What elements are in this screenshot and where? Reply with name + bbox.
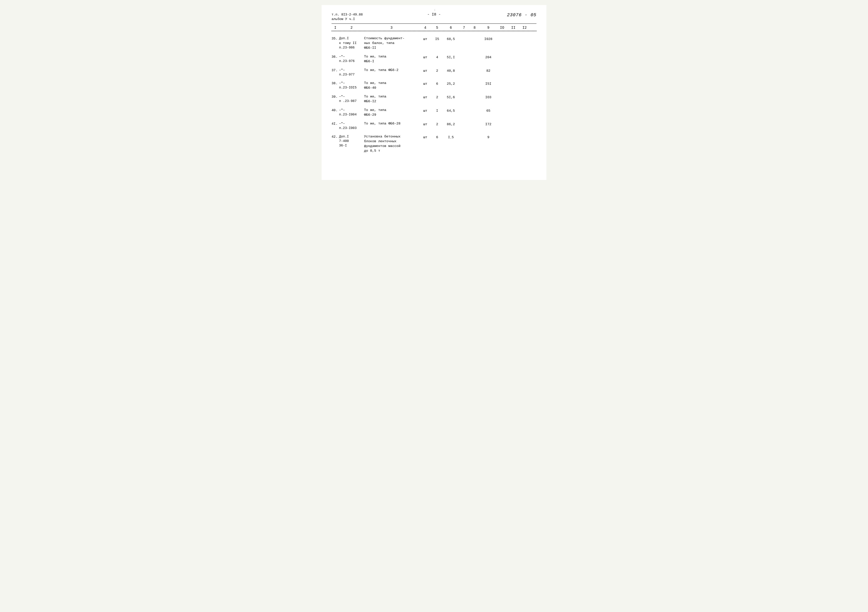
row-num-39: 39. xyxy=(332,95,339,99)
header-left: т.п. 8I3-2-49.88 альбом У ч.I xyxy=(332,12,363,22)
row-price-42: I·5 xyxy=(443,135,459,141)
row-qty-37: 2 xyxy=(431,68,443,73)
col-header-1: I xyxy=(332,26,339,30)
row-num-35: 35. xyxy=(332,36,339,41)
col-header-3: 3 xyxy=(364,26,419,30)
row-unit-42: шт xyxy=(419,135,431,140)
table-row: 38. –"–п.23-IOI5 То же, типаФБ6-40 шт 6 … xyxy=(332,79,536,92)
column-header-row: I 2 3 4 5 6 7 8 9 IO II I2 xyxy=(332,24,536,31)
row-ref-40: –"–п.23-I004 xyxy=(339,108,364,117)
col-header-7: 7 xyxy=(459,26,469,30)
row-desc-39: То же, типаФБ6-I2 xyxy=(364,95,419,104)
row-total-39: IO3 xyxy=(480,95,496,100)
col-header-2: 2 xyxy=(339,26,364,30)
table-row: 37. –"–п.23-977 То же, типа ФБ6-2 шт 2 4… xyxy=(332,65,536,79)
header-bottom-divider xyxy=(332,31,536,31)
row-unit-40: шт xyxy=(419,108,431,113)
row-desc-41: То же, типа ФБ6-28 xyxy=(364,121,419,126)
row-total-35: I028 xyxy=(480,36,496,42)
row-desc-36: То же, типаФБ6-I xyxy=(364,54,419,64)
row-unit-39: шт xyxy=(419,95,431,100)
row-num-37: 37. xyxy=(332,68,339,73)
table-row: 4I. –"–п.23-I003 То же, типа ФБ6-28 шт 2… xyxy=(332,119,536,132)
row-qty-40: I xyxy=(431,108,443,113)
col-header-12: I2 xyxy=(519,26,530,30)
col-header-11: II xyxy=(508,26,519,30)
row-unit-38: шт xyxy=(419,81,431,87)
row-price-39: 5I,6 xyxy=(443,95,459,100)
row-total-42: 9 xyxy=(480,135,496,140)
row-price-37: 40,8 xyxy=(443,68,459,73)
table-row: 42. Доп.I7-40036-I Установка бетонныхбло… xyxy=(332,132,536,155)
row-qty-39: 2 xyxy=(431,95,443,100)
row-num-41: 4I. xyxy=(332,121,339,127)
row-num-38: 38. xyxy=(332,81,339,86)
row-total-37: 82 xyxy=(480,68,496,73)
header-ref-line1: т.п. 8I3-2-49.88 xyxy=(332,12,363,17)
row-price-35: 68,5 xyxy=(443,36,459,42)
row-num-36: 36. xyxy=(332,54,339,59)
row-ref-35: Доп.Iк тому IIп.23-986 xyxy=(339,36,364,50)
row-qty-35: I5 xyxy=(431,36,443,42)
row-desc-40: То же, типаФБ6-29 xyxy=(364,108,419,118)
row-qty-42: 6 xyxy=(431,135,443,140)
table-row: 36. –"–п.23-976 То же, типаФБ6-I шт 4 5I… xyxy=(332,52,536,65)
header-doc-num: 23076 · 05 xyxy=(507,12,536,17)
row-desc-37: То же, типа ФБ6-2 xyxy=(364,68,419,73)
row-ref-39: –"–п .23-987 xyxy=(339,95,364,104)
row-total-40: 65 xyxy=(480,108,496,113)
table-row: 40. –"–п.23-I004 То же, типаФБ6-29 шт I … xyxy=(332,105,536,119)
page: · т.п. 8I3-2-49.88 альбом У ч.I - I8 - 2… xyxy=(322,5,546,180)
row-ref-41: –"–п.23-I003 xyxy=(339,121,364,130)
row-ref-42: Доп.I7-40036-I xyxy=(339,135,364,148)
row-qty-36: 4 xyxy=(431,54,443,60)
row-total-41: I72 xyxy=(480,121,496,127)
header-page-num: - I8 - xyxy=(427,12,441,17)
header-ref-line2: альбом У ч.I xyxy=(332,17,363,22)
col-header-4: 4 xyxy=(419,26,431,30)
row-price-41: 86,2 xyxy=(443,121,459,127)
row-price-40: 64,5 xyxy=(443,108,459,113)
col-header-10: IO xyxy=(496,26,508,30)
row-total-38: I5I xyxy=(480,81,496,87)
row-desc-38: То же, типаФБ6-40 xyxy=(364,81,419,90)
col-header-8: 8 xyxy=(469,26,480,30)
row-desc-42: Установка бетонныхблоков ленточныхфундам… xyxy=(364,135,419,153)
row-qty-38: 6 xyxy=(431,81,443,87)
row-num-42: 42. xyxy=(332,135,339,139)
row-ref-37: –"–п.23-977 xyxy=(339,68,364,77)
row-total-36: 204 xyxy=(480,54,496,60)
col-header-9: 9 xyxy=(480,26,496,30)
row-unit-36: шт xyxy=(419,54,431,60)
col-header-6: 6 xyxy=(443,26,459,30)
row-qty-41: 2 xyxy=(431,121,443,127)
row-price-38: 25,2 xyxy=(443,81,459,87)
row-unit-41: шт xyxy=(419,121,431,127)
page-header: т.п. 8I3-2-49.88 альбом У ч.I - I8 - 230… xyxy=(332,12,536,22)
row-unit-37: шт xyxy=(419,68,431,73)
table-row: 35. Доп.Iк тому IIп.23-986 Стоимость фун… xyxy=(332,34,536,52)
row-price-36: 5I,I xyxy=(443,54,459,60)
row-desc-35: Стоимость фундамент-ных балок, типаФБ6-I… xyxy=(364,36,419,51)
col-header-5: 5 xyxy=(431,26,443,30)
row-num-40: 40. xyxy=(332,108,339,113)
row-ref-38: –"–п.23-IOI5 xyxy=(339,81,364,90)
table-row: 39. –"–п .23-987 То же, типаФБ6-I2 шт 2 … xyxy=(332,92,536,105)
dot-decoration: · xyxy=(434,9,436,11)
row-ref-36: –"–п.23-976 xyxy=(339,54,364,64)
row-unit-35: шт xyxy=(419,36,431,42)
